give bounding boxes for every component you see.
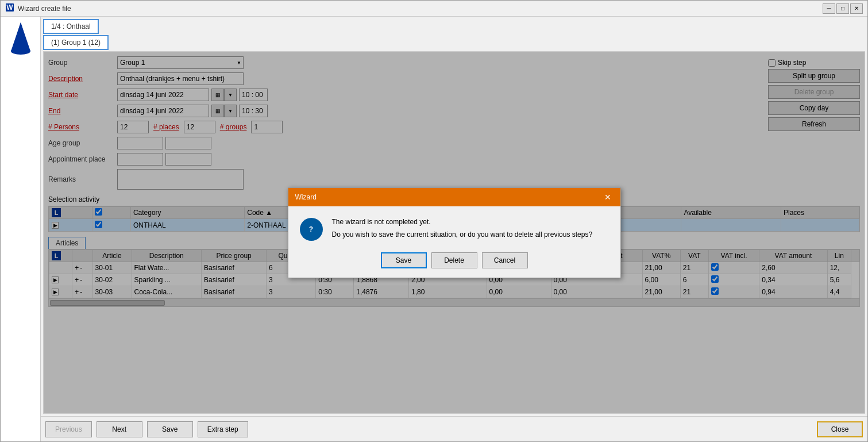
title-bar: W Wizard create file ─ □ ✕ [1,1,867,17]
bottom-bar: Previous Next Save Extra step Close [41,416,867,441]
svg-marker-4 [12,22,29,50]
window-title: Wizard create file [18,5,823,13]
dialog-cancel-button[interactable]: Cancel [482,252,528,268]
dialog-save-button[interactable]: Save [381,252,427,268]
close-window-button[interactable]: ✕ [850,3,863,14]
group-tabs: (1) Group 1 (12) [41,34,867,50]
extra-step-button[interactable]: Extra step [198,421,248,437]
tab-step[interactable]: 1/4 : Onthaal [43,19,99,34]
previous-button[interactable]: Previous [45,421,92,437]
next-button[interactable]: Next [97,421,142,437]
dialog-overlay: Wizard ✕ ? The wizard is not completed y… [44,52,865,413]
dialog-delete-button[interactable]: Delete [431,252,477,268]
dialog: Wizard ✕ ? The wizard is not completed y… [288,187,621,278]
svg-text:W: W [6,3,13,11]
close-button[interactable]: Close [817,421,863,437]
main-window: W Wizard create file ─ □ ✕ 1/4 : Onthaal [0,0,868,442]
restore-button[interactable]: □ [836,3,849,14]
dialog-title-bar: Wizard ✕ [288,188,620,206]
window-controls: ─ □ ✕ [823,3,863,14]
dialog-text: The wizard is not completed yet. Do you … [332,218,609,243]
dialog-title-text: Wizard [295,193,317,201]
save-button[interactable]: Save [147,421,193,437]
step-tabs: 1/4 : Onthaal [41,17,867,34]
wizard-sidebar [1,17,41,441]
app-icon: W [5,3,14,14]
main-panel: Group Group 1 Description [43,51,865,414]
wizard-hat-icon [6,21,35,56]
dialog-close-button[interactable]: ✕ [602,191,614,203]
dialog-question-icon: ? [300,218,323,241]
dialog-message1: The wizard is not completed yet. [332,218,609,226]
tab-group[interactable]: (1) Group 1 (12) [43,35,109,50]
dialog-message2: Do you wish to save the current situatio… [332,230,609,239]
dialog-body: ? The wizard is not completed yet. Do yo… [288,206,620,252]
minimize-button[interactable]: ─ [823,3,835,14]
dialog-buttons: Save Delete Cancel [288,252,620,278]
